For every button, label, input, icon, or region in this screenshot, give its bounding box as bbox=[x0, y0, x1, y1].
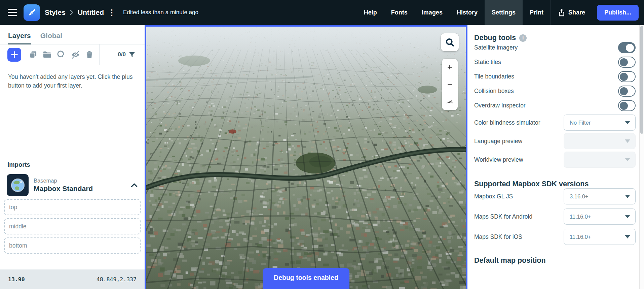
select-label: Language preview bbox=[474, 138, 522, 145]
publish-button[interactable]: Publish... bbox=[597, 5, 639, 21]
zoom-level: 13.90 bbox=[8, 276, 25, 283]
breadcrumb-current: Untitled bbox=[78, 8, 104, 17]
group-folder-icon[interactable] bbox=[40, 47, 54, 62]
style-options-kebab-icon[interactable]: ⋮ bbox=[108, 9, 116, 17]
toggle-row-overdraw: Overdraw Inspector bbox=[474, 100, 636, 111]
toggle-label: Collision boxes bbox=[474, 88, 514, 95]
layers-empty-state: You haven't added any layers yet. Click … bbox=[0, 65, 145, 90]
edited-status: Edited less than a minute ago bbox=[123, 9, 198, 16]
default-map-position-heading: Default map position bbox=[474, 256, 636, 265]
layers-sidebar: Layers Global 0/0 bbox=[0, 25, 145, 289]
slot-middle[interactable]: middle bbox=[4, 218, 141, 234]
panel-scrollbar-thumb[interactable] bbox=[640, 26, 643, 134]
imports-section: Imports Basemap Mapbox Standard bbox=[0, 154, 145, 254]
select-label: Worldview preview bbox=[474, 156, 523, 163]
panel-scrollbar-track[interactable] bbox=[639, 25, 644, 289]
toggle-row-tile-boundaries: Tile boundaries bbox=[474, 71, 636, 82]
basemap-labels: Basemap Mapbox Standard bbox=[34, 178, 130, 193]
chevron-down-icon bbox=[625, 121, 630, 124]
settings-panel: Debug tools i Satellite imagery Static t… bbox=[467, 25, 644, 289]
hide-layer-icon[interactable] bbox=[68, 47, 82, 62]
filter-funnel-icon[interactable] bbox=[128, 51, 136, 59]
tab-global[interactable]: Global bbox=[40, 32, 62, 44]
sidebar-tabs: Layers Global bbox=[0, 25, 145, 44]
sdk-label: Maps SDK for Android bbox=[474, 213, 532, 220]
select-row-worldview: Worldview preview bbox=[474, 152, 636, 168]
nav-images[interactable]: Images bbox=[415, 0, 450, 25]
zoom-out-button[interactable]: − bbox=[442, 76, 458, 93]
maps-sdk-android-select[interactable]: 11.16.0+ bbox=[564, 208, 636, 225]
basemap-name: Mapbox Standard bbox=[34, 185, 130, 193]
tile-boundaries-toggle[interactable] bbox=[618, 71, 636, 82]
satellite-map[interactable] bbox=[146, 27, 466, 289]
sdk-label: Mapbox GL JS bbox=[474, 193, 513, 200]
layer-counter-wrap: 0/0 bbox=[100, 51, 145, 59]
nav-history[interactable]: History bbox=[450, 0, 485, 25]
slot-top[interactable]: top bbox=[4, 199, 141, 215]
share-label: Share bbox=[568, 9, 585, 16]
duplicate-layer-icon[interactable] bbox=[26, 47, 40, 62]
compass-button[interactable] bbox=[442, 93, 458, 110]
nav-print[interactable]: Print bbox=[523, 0, 551, 25]
select-layer-icon[interactable] bbox=[54, 47, 68, 62]
breadcrumb-root[interactable]: Styles bbox=[45, 8, 66, 17]
map-zoom-controls: + − bbox=[442, 59, 458, 110]
zoom-in-button[interactable]: + bbox=[442, 59, 458, 76]
delete-layer-icon[interactable] bbox=[82, 47, 97, 62]
basemap-thumbnail bbox=[7, 174, 29, 196]
chevron-up-icon[interactable] bbox=[130, 181, 139, 190]
worldview-preview-select bbox=[564, 152, 636, 168]
menu-icon[interactable] bbox=[2, 0, 22, 25]
slot-bottom[interactable]: bottom bbox=[4, 237, 141, 254]
collision-boxes-toggle[interactable] bbox=[618, 86, 636, 97]
chevron-down-icon bbox=[625, 139, 630, 143]
chevron-down-icon bbox=[625, 215, 630, 218]
maps-sdk-ios-select[interactable]: 11.16.0+ bbox=[564, 229, 636, 245]
share-button[interactable]: Share bbox=[551, 0, 592, 25]
mapbox-gl-js-select[interactable]: 3.16.0+ bbox=[564, 188, 636, 204]
sdk-versions-heading: Supported Mapbox SDK versions bbox=[474, 180, 636, 188]
map-status-bar: 13.90 48.849,2.337 bbox=[0, 269, 145, 289]
search-icon bbox=[445, 37, 455, 47]
mapbox-studio-app: Styles Untitled ⋮ Edited less than a min… bbox=[0, 0, 644, 289]
info-icon[interactable]: i bbox=[519, 34, 527, 42]
nav-fonts[interactable]: Fonts bbox=[384, 0, 415, 25]
basemap-import-row[interactable]: Basemap Mapbox Standard bbox=[7, 174, 139, 196]
nav-settings[interactable]: Settings bbox=[485, 0, 523, 25]
select-value: No Filter bbox=[570, 120, 591, 126]
sdk-label: Maps SDK for iOS bbox=[474, 233, 522, 240]
select-row-language: Language preview bbox=[474, 133, 636, 149]
language-preview-select bbox=[564, 133, 636, 149]
add-layer-button[interactable] bbox=[7, 48, 21, 62]
static-tiles-toggle[interactable] bbox=[618, 57, 636, 68]
layer-counter: 0/0 bbox=[118, 51, 126, 58]
debug-toast: Debug tools enabled bbox=[263, 268, 349, 289]
toggle-label: Static tiles bbox=[474, 59, 501, 66]
nav-help[interactable]: Help bbox=[357, 0, 384, 25]
sdk-row-android: Maps SDK for Android 11.16.0+ bbox=[474, 208, 636, 225]
overdraw-inspector-toggle[interactable] bbox=[618, 100, 636, 111]
debug-tools-heading-row: Debug tools i bbox=[474, 34, 636, 42]
select-label: Color blindness simulator bbox=[474, 119, 540, 126]
toggle-label: Overdraw Inspector bbox=[474, 102, 526, 109]
chevron-down-icon bbox=[625, 158, 630, 161]
top-bar: Styles Untitled ⋮ Edited less than a min… bbox=[0, 0, 644, 25]
chevron-right-icon bbox=[69, 10, 74, 15]
color-blindness-select[interactable]: No Filter bbox=[564, 115, 636, 131]
sdk-row-ios: Maps SDK for iOS 11.16.0+ bbox=[474, 229, 636, 245]
map-canvas-area[interactable]: + − Debug tools enabled bbox=[145, 25, 467, 289]
toggle-row-collision-boxes: Collision boxes bbox=[474, 86, 636, 97]
select-value: 11.16.0+ bbox=[570, 214, 591, 220]
map-search-button[interactable] bbox=[441, 33, 459, 51]
satellite-imagery-toggle[interactable] bbox=[618, 42, 636, 53]
share-upload-icon bbox=[558, 8, 565, 17]
select-value: 11.16.0+ bbox=[570, 234, 591, 240]
style-editor-logo-icon[interactable] bbox=[24, 4, 40, 21]
tab-layers[interactable]: Layers bbox=[8, 32, 31, 44]
debug-tools-heading: Debug tools bbox=[474, 34, 516, 42]
basemap-kind: Basemap bbox=[34, 178, 130, 184]
toggle-row-static-tiles: Static tiles bbox=[474, 57, 636, 68]
layer-toolbar: 0/0 bbox=[0, 44, 145, 65]
coordinates: 48.849,2.337 bbox=[97, 276, 137, 283]
sdk-row-gljs: Mapbox GL JS 3.16.0+ bbox=[474, 188, 636, 204]
